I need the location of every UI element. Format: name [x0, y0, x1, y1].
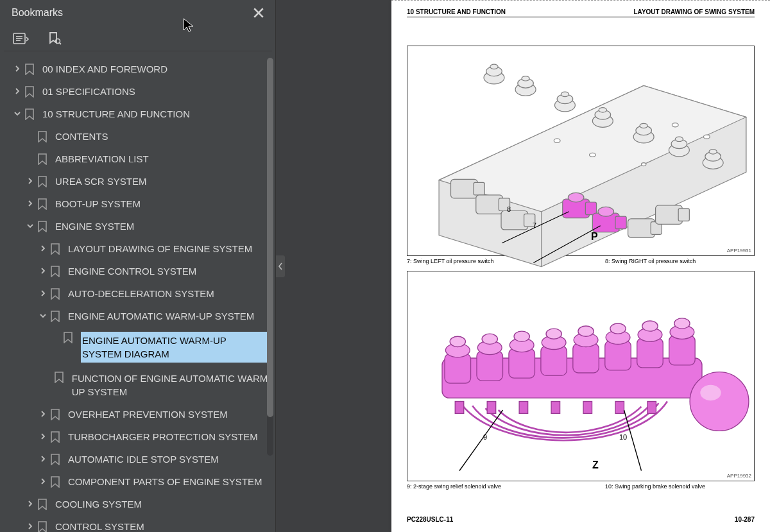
svg-point-17: [599, 108, 606, 112]
page-view[interactable]: 10 STRUCTURE AND FUNCTION LAYOUT DRAWING…: [391, 0, 770, 532]
bookmark-label: CONTENTS: [55, 130, 108, 143]
chevron-right-icon[interactable]: [10, 87, 24, 96]
bookmark-item[interactable]: AUTO-DECELERATION SYSTEM: [3, 282, 276, 305]
bookmark-item[interactable]: 00 INDEX AND FOREWORD: [3, 58, 276, 80]
svg-rect-78: [487, 402, 496, 414]
bookmark-item[interactable]: ENGINE SYSTEM: [3, 215, 276, 237]
bookmark-label: 00 INDEX AND FOREWORD: [42, 62, 167, 76]
chevron-right-icon[interactable]: [10, 65, 24, 74]
svg-point-27: [554, 139, 560, 142]
bookmark-item[interactable]: AUTOMATIC IDLE STOP SYSTEM: [3, 448, 276, 470]
scrollbar[interactable]: [267, 58, 273, 456]
bookmark-icon: [50, 431, 60, 443]
close-icon[interactable]: [253, 7, 264, 19]
svg-point-53: [450, 336, 465, 347]
bookmarks-panel: Bookmarks: [0, 0, 276, 532]
svg-point-59: [514, 331, 529, 341]
chevron-right-icon[interactable]: [36, 289, 50, 298]
bookmark-item[interactable]: FUNCTION OF ENGINE AUTOMATIC WARM-UP SYS…: [3, 367, 276, 403]
bookmark-label: ENGINE AUTOMATIC WARM-UP SYSTEM DIAGRAM: [82, 335, 226, 359]
svg-point-74: [674, 318, 690, 329]
bookmark-label: ENGINE AUTOMATIC WARM-UP SYSTEM: [68, 309, 254, 323]
bookmark-item[interactable]: CONTROL SYSTEM: [3, 515, 276, 532]
bookmark-item[interactable]: BOOT-UP SYSTEM: [3, 193, 276, 215]
chevron-down-icon[interactable]: [36, 312, 50, 321]
bookmark-item[interactable]: UREA SCR SYSTEM: [3, 170, 276, 193]
bookmark-icon: [50, 409, 60, 420]
svg-point-65: [578, 326, 594, 336]
bookmark-label: COOLING SYSTEM: [55, 497, 142, 511]
bookmark-label: 01 SPECIFICATIONS: [42, 85, 135, 98]
svg-point-75: [690, 372, 749, 431]
manifold-illustration: [407, 46, 754, 282]
svg-rect-54: [477, 351, 503, 381]
bookmark-icon: [50, 311, 60, 322]
figure-2: 9 10 Z APP19932: [407, 271, 755, 481]
svg-point-44: [568, 193, 584, 202]
svg-point-8: [490, 64, 498, 69]
bookmark-icon: [37, 499, 47, 510]
chevron-right-icon[interactable]: [23, 500, 37, 509]
svg-point-30: [672, 123, 678, 127]
chevron-down-icon[interactable]: [23, 222, 37, 231]
figure-id: APP19932: [727, 473, 751, 479]
bookmark-label: CONTROL SYSTEM: [55, 520, 144, 532]
chevron-right-icon[interactable]: [36, 245, 50, 253]
chevron-right-icon[interactable]: [23, 522, 37, 531]
chevron-right-icon[interactable]: [36, 410, 50, 419]
bookmark-icon: [50, 476, 60, 488]
header-left: 10 STRUCTURE AND FUNCTION: [407, 8, 506, 15]
svg-point-14: [561, 92, 569, 96]
bookmark-item[interactable]: COMPONENT PARTS OF ENGINE SYSTEM: [3, 470, 276, 493]
chevron-right-icon[interactable]: [36, 455, 50, 464]
bookmark-icon: [37, 198, 47, 210]
bookmark-item[interactable]: 01 SPECIFICATIONS: [3, 80, 276, 103]
bookmark-item[interactable]: LAYOUT DRAWING OF ENGINE SYSTEM: [3, 237, 276, 260]
bookmark-icon: [37, 221, 47, 232]
bookmark-item[interactable]: COOLING SYSTEM: [3, 493, 276, 515]
chevron-right-icon[interactable]: [36, 267, 50, 276]
svg-rect-46: [615, 216, 626, 229]
svg-line-5: [60, 42, 62, 44]
gutter: [276, 0, 391, 532]
bookmark-label: 10 STRUCTURE AND FUNCTION: [42, 107, 190, 121]
options-icon[interactable]: [12, 29, 31, 48]
bookmark-item[interactable]: 10 STRUCTURE AND FUNCTION: [3, 103, 276, 125]
callout-10: 10: [619, 433, 627, 441]
svg-point-29: [641, 163, 646, 166]
bookmark-label: UREA SCR SYSTEM: [55, 175, 147, 188]
svg-rect-51: [445, 354, 471, 383]
chevron-right-icon[interactable]: [36, 433, 50, 442]
bookmark-item[interactable]: ENGINE CONTROL SYSTEM: [3, 260, 276, 282]
bookmark-label: FUNCTION OF ENGINE AUTOMATIC WARM-UP SYS…: [72, 372, 276, 399]
panel-toolbar: [4, 26, 272, 51]
svg-rect-79: [519, 402, 528, 414]
cursor-icon: [182, 17, 195, 34]
svg-point-56: [482, 334, 497, 344]
bookmark-label: AUTO-DECELERATION SYSTEM: [68, 287, 214, 300]
svg-rect-43: [585, 202, 596, 215]
bookmark-item[interactable]: TURBOCHARGER PROTECTION SYSTEM: [3, 425, 276, 448]
bookmark-item[interactable]: OVERHEAT PREVENTION SYSTEM: [3, 403, 276, 425]
bookmark-icon: [24, 86, 35, 98]
bookmark-icon: [24, 64, 35, 75]
page-footer: PC228USLC-11 10-287: [407, 516, 755, 523]
svg-rect-80: [551, 402, 560, 414]
chevron-down-icon[interactable]: [10, 110, 24, 119]
chevron-right-icon[interactable]: [36, 477, 50, 486]
bookmark-item[interactable]: ABBREVIATION LIST: [3, 148, 276, 170]
chevron-right-icon[interactable]: [23, 200, 37, 209]
chevron-right-icon[interactable]: [23, 177, 37, 186]
bookmark-item[interactable]: ENGINE AUTOMATIC WARM-UP SYSTEM DIAGRAM: [3, 327, 276, 367]
svg-point-20: [640, 123, 647, 128]
bookmark-item[interactable]: ENGINE AUTOMATIC WARM-UP SYSTEM: [3, 305, 276, 327]
bookmark-label: ABBREVIATION LIST: [55, 152, 149, 166]
bookmark-item[interactable]: CONTENTS: [3, 125, 276, 148]
svg-rect-83: [647, 402, 656, 414]
bookmark-icon: [37, 521, 47, 533]
svg-point-76: [700, 385, 721, 400]
svg-rect-81: [583, 402, 592, 414]
collapse-panel-icon[interactable]: [276, 255, 285, 277]
svg-rect-33: [474, 182, 484, 195]
find-bookmark-icon[interactable]: [45, 29, 64, 48]
